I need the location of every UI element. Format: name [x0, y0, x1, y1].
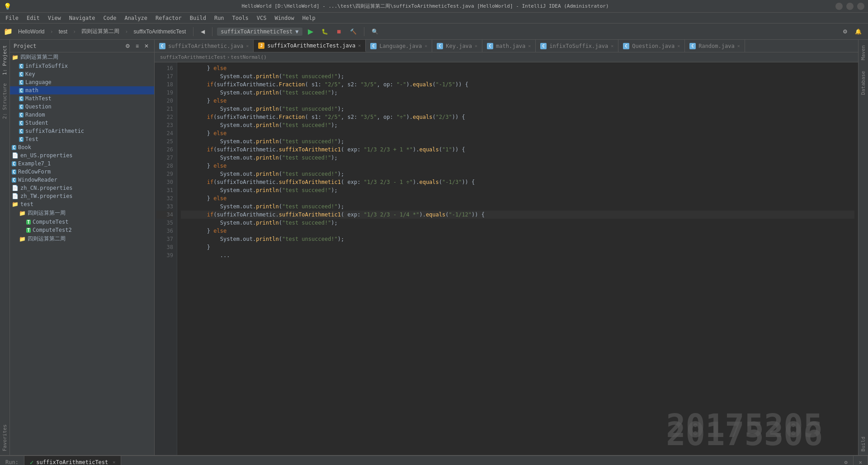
run-button[interactable]: ▶	[305, 26, 316, 37]
tree-item-zh_TW.properties[interactable]: 📄zh_TW.properties	[10, 192, 154, 200]
editor-tab-6[interactable]: CQuestion.java✕	[618, 40, 685, 52]
tree-label-21: ComputeTest2	[33, 227, 72, 233]
menu-item-tools[interactable]: Tools	[229, 14, 252, 22]
menu-item-view[interactable]: View	[44, 14, 65, 22]
tree-item-ComputeTest[interactable]: TComputeTest	[10, 218, 154, 226]
search-everywhere-button[interactable]: 🔍	[369, 28, 381, 36]
right-tab-database[interactable]: Database	[859, 67, 868, 99]
left-tab-structure[interactable]: 2: Structure	[0, 80, 9, 122]
tree-item-zh_CN.properties[interactable]: 📄zh_CN.properties	[10, 184, 154, 192]
tree-item-Example7_1[interactable]: CExample7_1	[10, 160, 154, 168]
notifications-button[interactable]: 🔔	[852, 28, 864, 36]
tree-item-Language[interactable]: CLanguage	[10, 78, 154, 86]
tab-close-6[interactable]: ✕	[677, 43, 680, 48]
tab-icon-2: C	[370, 43, 377, 49]
bottom-tab-close-panel[interactable]: ✕	[854, 456, 868, 465]
right-tab-build[interactable]: Build	[859, 433, 868, 455]
tree-item-en_US.properties[interactable]: 📄en_US.properties	[10, 151, 154, 160]
right-tab-maven[interactable]: Maven	[859, 42, 868, 64]
line-number-21: 21	[156, 105, 173, 113]
tree-item-四则运算第一周[interactable]: 📁四则运算第一周	[10, 208, 154, 218]
sidebar-gear-button[interactable]: ⚙	[123, 43, 132, 49]
tree-item-test[interactable]: 📁test	[10, 200, 154, 208]
settings-button[interactable]: ⚙	[840, 28, 850, 36]
tree-item-Student[interactable]: CStudent	[10, 119, 154, 127]
tree-item-infixToSuffix[interactable]: CinfixToSuffix	[10, 62, 154, 70]
close-button[interactable]: ✕	[857, 3, 864, 10]
stop-button[interactable]: ⏹	[334, 28, 344, 36]
line-number-29: 29	[156, 170, 173, 178]
sidebar-collapse-button[interactable]: ≡	[134, 43, 141, 49]
line-number-38: 38	[156, 243, 173, 251]
tree-item-Question[interactable]: CQuestion	[10, 103, 154, 111]
menu-item-build[interactable]: Build	[186, 14, 210, 22]
editor-tab-2[interactable]: CLanguage.java✕	[366, 40, 432, 52]
editor-tab-3[interactable]: CKey.java✕	[432, 40, 482, 52]
back-button[interactable]: ◀	[198, 28, 208, 36]
editor-tab-0[interactable]: CsuffixToArithmetic.java✕	[155, 40, 254, 52]
menu-item-analyze[interactable]: Analyze	[121, 14, 151, 22]
editor-tab-4[interactable]: Cmath.java✕	[482, 40, 536, 52]
code-line-28: } else	[181, 162, 854, 170]
bottom-tab-settings[interactable]: ⚙	[839, 456, 854, 465]
tree-item-math[interactable]: Cmath	[10, 86, 154, 94]
tree-item-MathTest[interactable]: CMathTest	[10, 94, 154, 103]
tree-item-RedCowForm[interactable]: CRedCowForm	[10, 168, 154, 176]
tab-label-2: Language.java	[379, 43, 422, 49]
menu-item-help[interactable]: Help	[299, 14, 319, 22]
maximize-button[interactable]: □	[846, 3, 854, 10]
run-config-selector[interactable]: suffixToArithmeticTest ▼	[217, 28, 302, 36]
menu-item-edit[interactable]: Edit	[23, 14, 43, 22]
tab-close-5[interactable]: ✕	[611, 43, 613, 48]
tab-close-2[interactable]: ✕	[425, 43, 427, 48]
tree-icon-21: T	[26, 227, 31, 233]
minimize-button[interactable]: —	[835, 3, 843, 10]
sep2	[212, 27, 212, 36]
menu-item-window[interactable]: Window	[271, 14, 297, 22]
file-button[interactable]: suffixToArithmeticTest	[131, 28, 189, 36]
line-numbers: 1617181920212223242526272829303132333435…	[155, 62, 177, 455]
sidebar-close-button[interactable]: ✕	[142, 43, 151, 49]
tree-item-四则运算第二周[interactable]: 📁四则运算第二周	[10, 52, 154, 62]
tree-item-suffixToArithmetic[interactable]: CsuffixToArithmetic	[10, 127, 154, 135]
code-line-24: } else	[181, 129, 854, 137]
test-folder-button[interactable]: test	[56, 28, 70, 36]
tab-close-1[interactable]: ✕	[358, 43, 361, 48]
tree-item-四则运算第二周[interactable]: 📁四则运算第二周	[10, 234, 154, 244]
tab-icon-0: C	[159, 43, 165, 49]
editor-tab-5[interactable]: CinfixToSuffix.java✕	[536, 40, 618, 52]
tree-item-Key[interactable]: CKey	[10, 70, 154, 78]
tab-close-7[interactable]: ✕	[737, 43, 740, 48]
debug-button[interactable]: 🐛	[319, 28, 331, 36]
build-button[interactable]: 🔨	[347, 28, 359, 36]
line-number-27: 27	[156, 154, 173, 162]
tree-label-8: Student	[25, 120, 48, 126]
code-area[interactable]: } else System.out.println("test unsuccee…	[177, 62, 858, 455]
menu-item-run[interactable]: Run	[211, 14, 228, 22]
menu-item-refactor[interactable]: Refactor	[152, 14, 185, 22]
tab-close-3[interactable]: ✕	[475, 43, 477, 48]
code-line-22: if(suffixToArithmetic.Fraction( s1: "2/5…	[181, 113, 854, 121]
menu-item-navigate[interactable]: Navigate	[66, 14, 99, 22]
week2-folder-button[interactable]: 四则运算第二周	[79, 27, 122, 36]
tree-item-Test[interactable]: CTest	[10, 135, 154, 143]
code-line-34: if(suffixToArithmetic.suffixToArithmetic…	[181, 211, 854, 219]
tab-close-4[interactable]: ✕	[528, 43, 531, 48]
left-tab-favorites[interactable]: Favorites	[0, 421, 9, 455]
tab-label-1: suffixToArithmeticTest.java	[267, 42, 355, 49]
menu-item-code[interactable]: Code	[100, 14, 120, 22]
menu-item-file[interactable]: File	[2, 14, 22, 22]
bottom-tab-test[interactable]: ✓ suffixToArithmeticTest ✕	[24, 456, 121, 465]
tab-close-0[interactable]: ✕	[246, 43, 249, 48]
tree-item-ComputeTest2[interactable]: TComputeTest2	[10, 226, 154, 234]
left-tab-project[interactable]: 1: Project	[0, 42, 9, 79]
editor-tab-1[interactable]: JsuffixToArithmeticTest.java✕	[254, 40, 366, 52]
tree-item-Random[interactable]: CRandom	[10, 111, 154, 119]
menu-item-vcs[interactable]: VCS	[253, 14, 270, 22]
bottom-tab-close[interactable]: ✕	[113, 460, 115, 465]
tree-item-Book[interactable]: CBook	[10, 143, 154, 151]
project-button[interactable]: HelloWorld	[15, 28, 47, 36]
editor-tab-7[interactable]: CRandom.java✕	[685, 40, 745, 52]
tree-item-WindowReader[interactable]: CWindowReader	[10, 176, 154, 184]
line-number-26: 26	[156, 146, 173, 154]
